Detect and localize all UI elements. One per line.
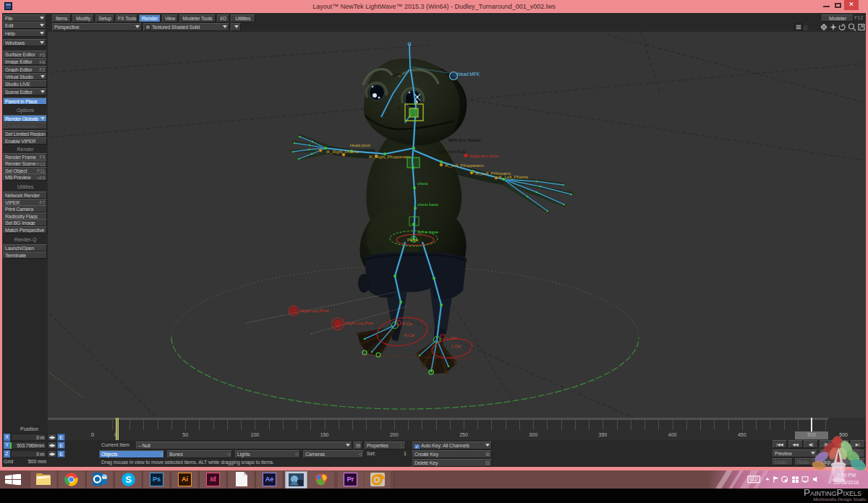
svg-text:Right Leg Pole: Right Leg Pole — [345, 321, 374, 325]
svg-text:S: S — [125, 474, 132, 485]
svg-text:Pelvis: Pelvis — [407, 238, 419, 242]
svg-text:IK_Right_FKupperarm: IK_Right_FKupperarm — [369, 155, 411, 159]
svg-text:Head pivot: Head pivot — [350, 143, 370, 147]
svg-text:R Cal: R Cal — [402, 322, 412, 326]
svg-text:Right Arm Pole: Right Arm Pole — [437, 150, 467, 154]
svg-text:chest: chest — [417, 181, 428, 186]
svg-text:Head MFK: Head MFK — [457, 72, 480, 77]
svg-text:spine base: spine base — [417, 230, 439, 234]
svg-text:Right Arm Pole: Right Arm Pole — [469, 154, 499, 158]
svg-text:IK_Left_FKupperarm: IK_Left_FKupperarm — [445, 163, 484, 168]
svg-text:L Cal: L Cal — [447, 336, 456, 340]
svg-text:chest base: chest base — [417, 202, 439, 207]
svg-text:IK_Right_FKwrist: IK_Right_FKwrist — [326, 150, 359, 154]
svg-text:Right Leg Pole: Right Leg Pole — [300, 309, 329, 313]
svg-text:IK_Left_FKwrist: IK_Left_FKwrist — [498, 175, 528, 179]
svg-text:R Cal: R Cal — [404, 333, 414, 338]
svg-text:L Cal: L Cal — [451, 344, 461, 348]
svg-text:MFK Arm Switch: MFK Arm Switch — [448, 138, 480, 142]
